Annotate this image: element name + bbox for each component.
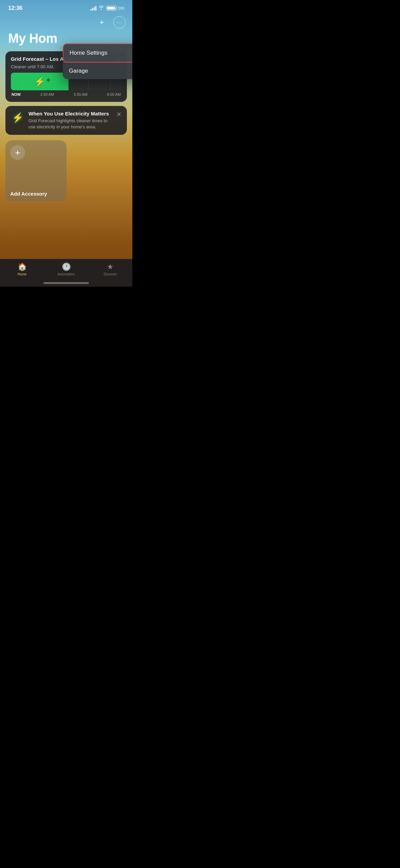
- home-tab-icon: 🏠: [18, 263, 27, 271]
- home-indicator: [43, 282, 89, 284]
- accessory-label: Add Accessory: [10, 191, 62, 197]
- menu-item-garage[interactable]: Garage: [63, 62, 132, 79]
- time-5am: 5:00 AM: [74, 92, 87, 96]
- tab-discover[interactable]: ★ Discover: [88, 263, 132, 276]
- battery-icon: [106, 6, 117, 11]
- status-time: 12:36: [8, 5, 22, 12]
- info-title: When You Use Electricity Matters: [28, 111, 112, 116]
- dropdown-menu: Home Settings ⚙ Garage: [63, 43, 132, 79]
- time-2am: 2:00 AM: [40, 92, 54, 96]
- time-8am: 8:00 AM: [107, 92, 121, 96]
- automation-tab-icon: 🕐: [62, 263, 71, 271]
- automation-tab-label: Automation: [58, 272, 75, 276]
- forecast-times: NOW 2:00 AM 5:00 AM 8:00 AM: [11, 92, 121, 96]
- electricity-icon: ⚡: [11, 111, 24, 124]
- info-text: When You Use Electricity Matters Grid Fo…: [28, 111, 112, 130]
- battery-label: 100: [118, 6, 124, 10]
- menu-item-home-settings[interactable]: Home Settings ⚙: [63, 43, 132, 62]
- battery-container: 100: [106, 6, 124, 11]
- signal-icon: [90, 6, 96, 11]
- wifi-icon: [98, 5, 104, 11]
- toolbar: + ···: [0, 14, 132, 31]
- discover-tab-icon: ★: [107, 263, 114, 271]
- tab-home[interactable]: 🏠 Home: [0, 263, 44, 276]
- discover-tab-label: Discover: [104, 272, 117, 276]
- info-desc: Grid Forecast highlights cleaner times t…: [28, 118, 112, 130]
- info-close-button[interactable]: ✕: [116, 111, 121, 118]
- status-bar: 12:36 100: [0, 0, 132, 14]
- more-button[interactable]: ···: [113, 16, 126, 29]
- add-accessory-tile[interactable]: + Add Accessory: [5, 140, 66, 201]
- add-button[interactable]: +: [96, 16, 108, 29]
- add-circle: +: [10, 145, 25, 160]
- tab-bar: 🏠 Home 🕐 Automation ★ Discover: [0, 259, 132, 287]
- tab-automation[interactable]: 🕐 Automation: [44, 263, 88, 276]
- status-icons: 100: [90, 5, 124, 11]
- home-tab-label: Home: [18, 272, 27, 276]
- info-card: ⚡ When You Use Electricity Matters Grid …: [5, 106, 127, 135]
- forecast-green-bar: ⚡ ✦: [11, 73, 69, 90]
- time-now: NOW: [12, 92, 21, 96]
